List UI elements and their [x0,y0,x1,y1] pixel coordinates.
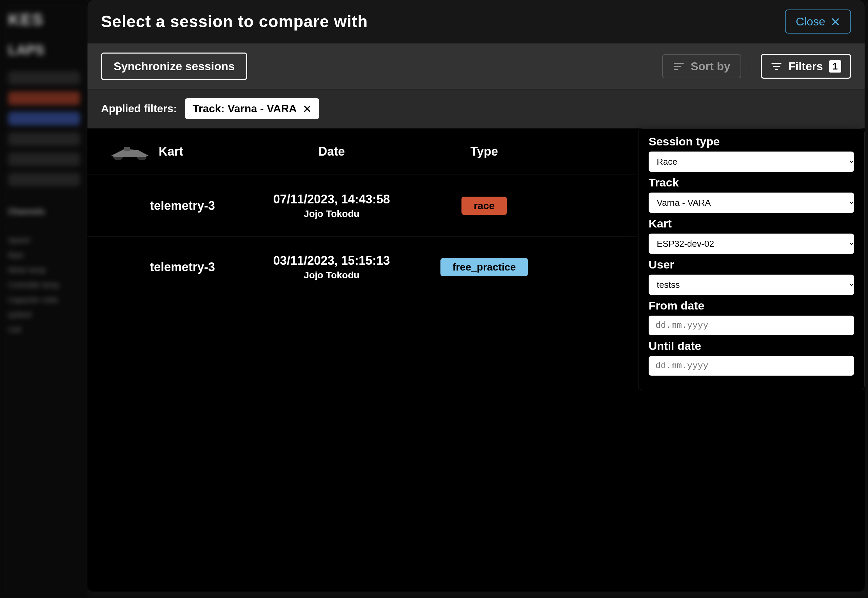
cell-datetime: 03/11/2023, 15:15:13 [257,254,406,268]
cell-datetime: 07/11/2023, 14:43:58 [257,192,406,206]
close-button[interactable]: Close [785,9,851,34]
kart-select[interactable]: ESP32-dev-02 [649,233,854,254]
close-icon [831,17,840,27]
filters-label: Filters [788,60,823,73]
channel-item: Rpm [8,251,80,260]
from-date-label: From date [649,299,854,312]
session-type-select[interactable]: Race [649,151,854,172]
app-logo: KES [8,10,80,29]
channel-item: Speed [8,236,80,245]
user-label: User [649,258,854,271]
track-label: Track [649,176,854,189]
channel-item: Capacitor volta [8,296,80,304]
session-type-badge: race [461,197,507,215]
filters-count-badge: 1 [829,60,841,73]
applied-filters-label: Applied filters: [101,102,177,115]
channels-heading: Channels [8,207,80,216]
cell-driver: Jojo Tokodu [257,208,406,219]
sort-label: Sort by [691,60,730,73]
col-header-type: Type [470,144,498,158]
track-select[interactable]: Varna - VARA [649,193,854,213]
channel-item: Iq/Idref [8,311,80,319]
cell-driver: Jojo Tokodu [257,270,406,281]
close-label: Close [796,15,825,28]
until-date-input[interactable] [649,356,854,375]
filter-chip-text: Track: Varna - VARA [193,102,297,115]
filters-panel: Session type Race Track Varna - VARA Kar… [638,129,865,390]
sort-by-button[interactable]: Sort by [662,54,741,78]
svg-rect-12 [124,147,130,151]
user-select[interactable]: testss [649,275,854,295]
toolbar-divider [751,58,751,75]
cell-kart: telemetry-3 [108,199,257,213]
cell-kart: telemetry-3 [108,260,257,274]
col-header-kart: Kart [159,144,183,158]
session-compare-modal: Select a session to compare with Close S… [87,0,865,591]
sidebar-section-title: LAPS [8,42,80,58]
kart-label: Kart [649,217,854,230]
modal-header: Select a session to compare with Close [87,0,865,44]
session-type-label: Session type [649,135,854,148]
from-date-input[interactable] [649,315,854,335]
applied-filters-bar: Applied filters: Track: Varna - VARA [87,90,865,129]
channel-item: Cell [8,326,80,334]
channel-item: Controller temp [8,281,80,290]
remove-chip-icon[interactable] [303,105,311,113]
filter-icon [771,61,782,72]
synchronize-sessions-button[interactable]: Synchronize sessions [101,52,247,80]
until-date-label: Until date [649,339,854,353]
channel-item: Motor temp [8,266,80,275]
kart-illustration-icon [108,142,152,161]
toolbar: Synchronize sessions Sort by Filters 1 [87,44,865,90]
sessions-table: Kart Date Type Laps telemetry-3 07/11/20… [87,129,865,591]
modal-title: Select a session to compare with [101,12,368,31]
session-type-badge: free_practice [440,258,528,276]
sort-icon [673,61,685,72]
filter-chip-track[interactable]: Track: Varna - VARA [185,98,319,119]
filters-button[interactable]: Filters 1 [761,54,851,79]
col-header-date: Date [319,144,345,158]
